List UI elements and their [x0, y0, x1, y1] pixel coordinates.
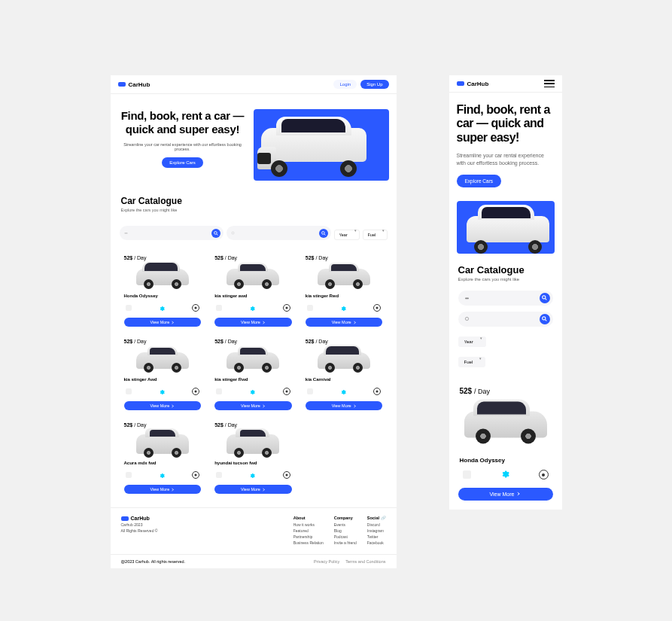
catalogue-subtitle: Explore the cars you might like [458, 277, 553, 282]
search-make-button[interactable] [211, 229, 220, 238]
year-filter[interactable]: Year [334, 230, 360, 240]
gear-icon [500, 468, 509, 482]
model-icon [464, 316, 470, 321]
explore-cars-button[interactable]: Explore Cars [457, 175, 502, 187]
footer-link[interactable]: Discord [367, 522, 386, 527]
footer-rights: All Rights Reserved © [121, 528, 158, 533]
car-image [124, 429, 202, 459]
car-price: 52$ / Day [124, 255, 202, 260]
view-more-button[interactable]: View More [306, 318, 383, 327]
search-model[interactable] [227, 226, 331, 240]
hero-image [254, 109, 389, 181]
car-name: kia stinger Rwd [306, 294, 383, 298]
view-more-button[interactable]: View More [124, 485, 202, 494]
search-model-input[interactable] [470, 315, 540, 323]
fuel-icon [126, 305, 132, 311]
mobile-filters: Year Fuel [449, 286, 562, 378]
arrow-icon [171, 321, 175, 324]
steering-icon [192, 304, 199, 312]
svg-line-2 [217, 233, 218, 235]
steering-icon [283, 304, 290, 312]
svg-point-3 [232, 232, 234, 234]
fuel-icon [216, 472, 222, 478]
hero-image [457, 201, 555, 254]
catalogue-title: Car Catalogue [121, 196, 386, 206]
search-make[interactable] [458, 291, 553, 306]
view-more-button[interactable]: View More [124, 318, 202, 327]
footer-link[interactable]: Instagram [367, 528, 386, 533]
hero-title: Find, book, rent a car — quick and super… [457, 103, 555, 145]
arrow-icon [516, 492, 521, 496]
footer-link[interactable]: Twitter [367, 534, 386, 539]
footer-link[interactable]: Featured [293, 528, 324, 533]
svg-point-1 [214, 231, 217, 234]
logo[interactable]: CarHub [118, 81, 151, 88]
steering-icon [283, 388, 290, 395]
brand-name: CarHub [467, 81, 489, 87]
car-card: 52$ / Day kia stinger awd View More [210, 251, 296, 330]
search-model-button[interactable] [319, 229, 328, 238]
footer-company-title: Company [334, 516, 357, 520]
search-model[interactable] [458, 312, 553, 327]
desktop-viewport: CarHub Login Sign Up Find, book, rent a … [111, 75, 397, 568]
catalogue-title: Car Catalogue [458, 264, 553, 275]
svg-point-7 [543, 296, 546, 299]
car-stats [458, 468, 553, 482]
steering-icon [539, 470, 549, 479]
view-more-button[interactable]: View More [306, 401, 383, 410]
car-stats [306, 385, 383, 398]
svg-line-5 [324, 233, 325, 235]
gear-icon [249, 301, 255, 315]
privacy-link[interactable]: Privacy Policy [314, 559, 339, 564]
footer-link[interactable]: Events [334, 522, 357, 527]
hero-subtitle: Streamline your car rental experience wi… [118, 142, 248, 151]
gear-icon [249, 385, 255, 398]
fuel-filter[interactable]: Fuel [458, 357, 485, 367]
search-make-input[interactable] [470, 294, 540, 302]
footer-link[interactable]: Blog [334, 528, 357, 533]
search-model-input[interactable] [235, 231, 319, 236]
search-icon [214, 231, 218, 236]
footer-link[interactable]: Invite a friend [334, 540, 357, 545]
footer-link[interactable]: Podcast [334, 534, 357, 539]
car-stats [214, 385, 292, 398]
car-image [214, 262, 292, 292]
view-more-button[interactable]: View More [124, 401, 202, 410]
car-image [214, 346, 292, 376]
car-price: 52$ / Day [214, 339, 292, 344]
menu-icon[interactable] [544, 80, 555, 87]
arrow-icon [171, 404, 175, 408]
fuel-filter[interactable]: Fuel [363, 230, 388, 240]
footer-link[interactable]: How it works [293, 522, 324, 527]
gear-icon [249, 468, 255, 482]
year-filter[interactable]: Year [458, 336, 486, 347]
car-card: 52$ / Day Honda Odyssey View More [120, 251, 206, 330]
search-make[interactable] [120, 226, 224, 240]
footer-link[interactable]: Business Relation [293, 540, 324, 545]
steering-icon [373, 304, 381, 312]
terms-link[interactable]: Terms and Conditions [345, 559, 385, 564]
view-more-button[interactable]: View More [214, 401, 292, 410]
car-price: 52$ / Day [306, 255, 383, 260]
search-icon [542, 295, 547, 300]
footer-year: Carhub 2023 [121, 522, 158, 527]
login-button[interactable]: Login [333, 80, 357, 89]
car-name: Acura mdx fwd [124, 461, 202, 465]
car-stats [214, 301, 292, 315]
signup-button[interactable]: Sign Up [360, 80, 388, 89]
view-more-button[interactable]: View More [214, 485, 292, 494]
view-more-button[interactable]: View More [458, 488, 553, 501]
footer-link[interactable]: Facebook [367, 540, 386, 545]
logo[interactable]: CarHub [457, 81, 489, 87]
search-button[interactable] [540, 293, 550, 303]
footer-logo[interactable]: CarHub [121, 516, 158, 521]
car-stats [124, 385, 202, 398]
view-more-button[interactable]: View More [214, 318, 292, 327]
search-button[interactable] [540, 314, 550, 324]
explore-cars-button[interactable]: Explore Cars [162, 157, 203, 168]
search-make-input[interactable] [128, 231, 212, 236]
copyright-bar: @2023 Carhub. All rights reserved. Priva… [111, 554, 397, 568]
steering-icon [373, 388, 381, 395]
car-icon [464, 296, 470, 300]
footer-link[interactable]: Partnership [293, 534, 324, 539]
